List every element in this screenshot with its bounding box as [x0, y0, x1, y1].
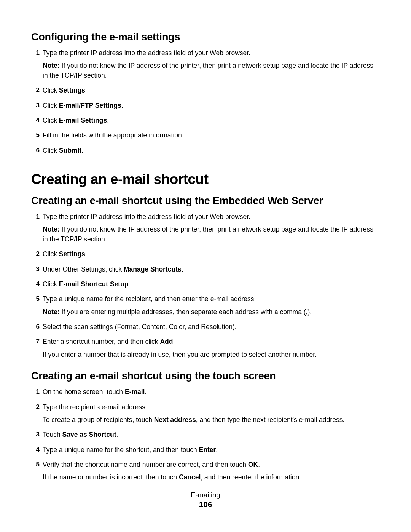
after-line: To create a group of recipients, touch N…	[43, 415, 380, 425]
step-text: Type the printer IP address into the add…	[43, 213, 250, 220]
list-item: Click Settings.	[31, 86, 380, 95]
after-line: If the name or number is incorrect, then…	[43, 473, 380, 482]
heading-shortcut-touch: Creating an e-mail shortcut using the to…	[31, 370, 380, 382]
list-item: Type a unique name for the recipient, an…	[31, 294, 380, 317]
step-post: .	[81, 147, 83, 154]
step-pre: Type a unique name for the shortcut, and…	[43, 446, 199, 454]
note-label: Note:	[43, 62, 60, 69]
list-item: Type the printer IP address into the add…	[31, 48, 380, 80]
step-text: Type a unique name for the recipient, an…	[43, 295, 256, 303]
step-pre: Verify that the shortcut name and number…	[43, 461, 248, 468]
list-item: Click E-mail/FTP Settings.	[31, 101, 380, 110]
note-block: Note: If you do not know the IP address …	[43, 61, 380, 80]
step-post: .	[182, 265, 183, 273]
list-item: On the home screen, touch E-mail.	[31, 387, 380, 397]
step-strong: Add	[160, 338, 173, 345]
after-pre: If the name or number is incorrect, then…	[43, 473, 179, 481]
page-footer: E-mailing 106	[0, 491, 411, 509]
list-item: Select the scan settings (Format, Conten…	[31, 322, 380, 332]
footer-page-number: 106	[0, 500, 411, 509]
list-item: Click Settings.	[31, 249, 380, 259]
note-block: Note: If you do not know the IP address …	[43, 225, 380, 244]
step-strong: Manage Shortcuts	[124, 265, 182, 273]
step-post: .	[258, 461, 260, 468]
note-text: If you do not know the IP address of the…	[43, 62, 373, 79]
step-strong: Settings	[59, 86, 85, 94]
heading-shortcut-ews: Creating an e-mail shortcut using the Em…	[31, 195, 380, 207]
step-post: .	[116, 431, 118, 438]
step-post: .	[145, 388, 147, 396]
step-pre: Click	[43, 102, 59, 109]
steps-touch: On the home screen, touch E-mail. Type t…	[31, 387, 380, 482]
step-strong: Save as Shortcut	[62, 431, 116, 438]
after-post: , and then type the next recipient's e-m…	[196, 416, 345, 423]
note-text: If you do not know the IP address of the…	[43, 225, 373, 243]
after-pre: To create a group of recipients, touch	[43, 416, 154, 423]
list-item: Type the recipient's e-mail address. To …	[31, 403, 380, 425]
step-pre: Under Other Settings, click	[43, 265, 124, 273]
step-text: Select the scan settings (Format, Conten…	[43, 323, 237, 331]
step-pre: Enter a shortcut number, and then click	[43, 338, 160, 345]
step-post: .	[85, 250, 87, 258]
heading-configure-email-settings: Configuring the e-mail settings	[31, 31, 380, 43]
note-label: Note:	[43, 308, 60, 316]
step-post: .	[121, 102, 123, 109]
step-text: Type the printer IP address into the add…	[43, 49, 250, 57]
list-item: Touch Save as Shortcut.	[31, 430, 380, 439]
step-strong: E-mail/FTP Settings	[59, 102, 121, 109]
step-text: Fill in the fields with the appropriate …	[43, 131, 184, 139]
step-pre: Click	[43, 86, 59, 94]
note-label: Note:	[43, 225, 60, 233]
step-pre: Touch	[43, 431, 62, 438]
step-post: .	[107, 117, 109, 124]
step-post: .	[173, 338, 175, 345]
note-block: Note: If you are entering multiple addre…	[43, 307, 380, 317]
step-post: .	[129, 280, 131, 288]
step-pre: Click	[43, 280, 59, 288]
step-pre: Click	[43, 147, 59, 154]
after-post: , and then reenter the information.	[201, 473, 301, 481]
step-strong: OK	[248, 461, 258, 468]
after-strong: Cancel	[179, 473, 201, 481]
steps-configure: Type the printer IP address into the add…	[31, 48, 380, 155]
step-strong: E-mail Shortcut Setup	[59, 280, 129, 288]
step-strong: E-mail	[125, 388, 145, 396]
step-pre: Click	[43, 250, 59, 258]
note-text: If you are entering multiple addresses, …	[60, 308, 312, 316]
list-item: Type a unique name for the shortcut, and…	[31, 445, 380, 455]
step-text: Type the recipient's e-mail address.	[43, 403, 147, 411]
step-strong: Enter	[199, 446, 216, 454]
list-item: Verify that the shortcut name and number…	[31, 460, 380, 482]
step-pre: Click	[43, 117, 59, 124]
step-pre: On the home screen, touch	[43, 388, 125, 396]
list-item: Fill in the fields with the appropriate …	[31, 131, 380, 140]
list-item: Type the printer IP address into the add…	[31, 212, 380, 244]
step-strong: Settings	[59, 250, 85, 258]
list-item: Click E-mail Settings.	[31, 116, 380, 125]
step-strong: Submit	[59, 147, 81, 154]
after-strong: Next address	[154, 416, 196, 423]
list-item: Enter a shortcut number, and then click …	[31, 337, 380, 359]
list-item: Click E-mail Shortcut Setup.	[31, 280, 380, 289]
step-strong: E-mail Settings	[59, 117, 107, 124]
step-post: .	[216, 446, 218, 454]
heading-creating-email-shortcut: Creating an e-mail shortcut	[31, 171, 380, 187]
list-item: Under Other Settings, click Manage Short…	[31, 265, 380, 274]
document-page: Configuring the e-mail settings Type the…	[0, 0, 411, 532]
footer-category: E-mailing	[0, 491, 411, 499]
step-post: .	[85, 86, 87, 94]
list-item: Click Submit.	[31, 146, 380, 155]
after-text: If you enter a number that is already in…	[43, 350, 380, 359]
steps-ews: Type the printer IP address into the add…	[31, 212, 380, 359]
